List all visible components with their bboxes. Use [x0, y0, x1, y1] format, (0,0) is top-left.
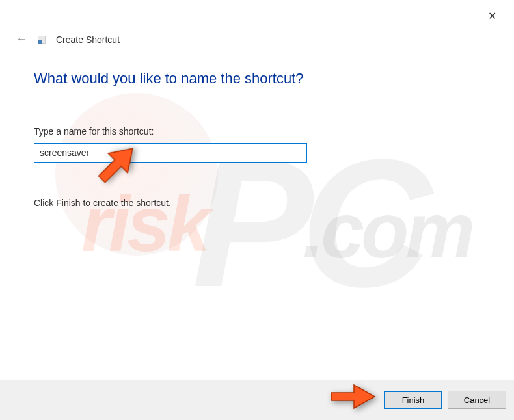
shortcut-icon	[38, 36, 46, 44]
wizard-footer: Finish Cancel	[0, 380, 514, 420]
cancel-button[interactable]: Cancel	[448, 391, 506, 409]
wizard-content: What would you like to name the shortcut…	[34, 70, 480, 208]
back-arrow-icon: ←	[16, 33, 27, 46]
page-heading: What would you like to name the shortcut…	[34, 70, 480, 87]
instruction-text: Click Finish to create the shortcut.	[34, 198, 480, 208]
close-icon: ✕	[488, 10, 496, 22]
finish-button[interactable]: Finish	[384, 391, 442, 409]
input-label: Type a name for this shortcut:	[34, 126, 480, 137]
wizard-title: Create Shortcut	[56, 34, 120, 45]
wizard-header: ← Create Shortcut	[16, 33, 120, 46]
shortcut-name-input[interactable]	[34, 143, 307, 163]
close-button[interactable]: ✕	[485, 9, 498, 22]
